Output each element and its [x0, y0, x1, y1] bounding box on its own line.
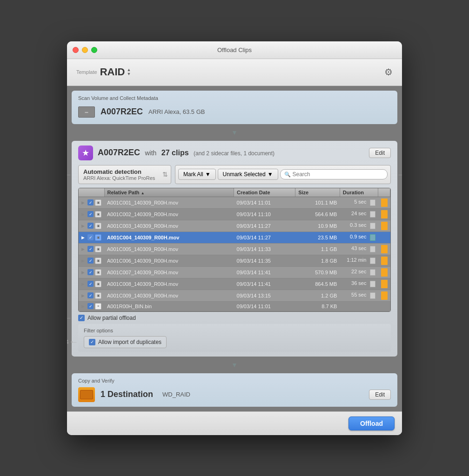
template-selector[interactable]: RAID ▲ ▼	[100, 66, 131, 78]
file-icon: ▣	[95, 234, 101, 241]
white-flag-icon	[370, 258, 375, 264]
row-flag[interactable]	[378, 266, 390, 278]
offload-button[interactable]: Offload	[348, 416, 395, 430]
row-checkbox[interactable]: ✓	[87, 292, 94, 298]
flag-icon[interactable]	[381, 233, 388, 242]
th-date[interactable]: Creation Date	[234, 188, 295, 197]
th-duration-label: Duration	[343, 190, 364, 195]
row-checkbox[interactable]: ✓	[87, 281, 94, 287]
table-row[interactable]: ▶ ✓ ▣ A001C004_140309_R00H.mov09/03/14 1…	[79, 231, 390, 243]
row-checkbox[interactable]: ✓	[87, 246, 94, 252]
play-icon[interactable]: ▶	[81, 270, 86, 275]
row-controls: ▶ ✓ ▣	[81, 234, 101, 241]
row-checkbox[interactable]: ✓	[87, 303, 94, 309]
th-duration[interactable]: Duration	[340, 188, 378, 197]
file-icon: ▣	[95, 211, 101, 218]
row-flag[interactable]	[378, 255, 390, 266]
flag-icon[interactable]	[381, 198, 388, 207]
allow-duplicates-label[interactable]: ✓ Allow import of duplicates	[89, 339, 161, 345]
clips-table-container: Relative Path ▲ Creation Date Size Durat…	[78, 188, 391, 312]
th-path[interactable]: Relative Path ▲	[104, 188, 234, 197]
row-flag[interactable]	[378, 220, 390, 231]
table-row[interactable]: ▶ ✓ ▣ A001C002_140309_R00H.mov09/03/14 1…	[79, 208, 390, 220]
search-input[interactable]	[293, 171, 383, 178]
row-flag[interactable]	[378, 278, 390, 290]
mark-all-arrow: ▼	[205, 171, 211, 178]
table-row[interactable]: ▶ ✓ ▣ A001C003_140309_R00H.mov09/03/14 1…	[79, 220, 390, 231]
row-duration: 0.3 sec	[340, 220, 378, 231]
unmark-selected-button[interactable]: Unmark Selected ▼	[218, 169, 278, 180]
flag-icon[interactable]	[381, 210, 388, 218]
th-size[interactable]: Size	[295, 188, 340, 197]
with-label: with	[145, 149, 157, 157]
row-flag[interactable]	[378, 231, 390, 243]
table-row[interactable]: ▶ ✓ ≡ A001R00H_BIN.bin09/03/14 11:018.7 …	[79, 301, 390, 311]
row-size: 570.9 MB	[295, 266, 340, 278]
filter-section: Filter options 4 ●— ✓ Allow import of du…	[78, 324, 391, 352]
table-row[interactable]: ▶ ✓ ▣ A001C006_140309_R00H.mov09/03/14 1…	[79, 255, 390, 266]
row-flag[interactable]	[378, 208, 390, 220]
template-stepper[interactable]: ▲ ▼	[127, 68, 131, 76]
partial-offload-label[interactable]: ✓ Allow partial offload	[78, 315, 391, 321]
flag-icon[interactable]	[381, 268, 388, 277]
row-duration: 1:12 min	[340, 255, 378, 266]
row-controls: ▶ ✓ ≡	[81, 303, 101, 310]
row-checkbox[interactable]: ✓	[87, 234, 94, 240]
row-checkbox[interactable]: ✓	[87, 269, 94, 275]
gear-button[interactable]: ⚙	[384, 66, 393, 78]
mark-all-button[interactable]: Mark All ▼	[178, 169, 216, 180]
btn-group: —● 3 Mark All ▼ Unmark Selected ▼ 🔍	[175, 165, 391, 184]
row-flag[interactable]	[378, 290, 390, 301]
row-checkbox[interactable]: ✓	[87, 223, 94, 229]
row-checkbox[interactable]: ✓	[87, 199, 94, 205]
flag-icon[interactable]	[381, 291, 388, 300]
play-icon[interactable]: ▶	[81, 304, 86, 309]
table-row[interactable]: ▶ ✓ ▣ A001C007_140309_R00H.mov09/03/14 1…	[79, 266, 390, 278]
th-path-label: Relative Path	[107, 190, 140, 195]
ingest-edit-button[interactable]: Edit	[369, 148, 391, 158]
row-flag[interactable]	[378, 197, 390, 208]
flag-icon[interactable]	[381, 280, 388, 288]
copy-edit-button[interactable]: Edit	[369, 390, 391, 400]
row-checkbox[interactable]: ✓	[87, 211, 94, 217]
play-icon[interactable]: ▶	[81, 247, 86, 251]
maximize-button[interactable]	[91, 47, 97, 53]
partial-offload-checkbox[interactable]: ✓	[78, 315, 85, 321]
flag-icon[interactable]	[381, 245, 388, 253]
table-row[interactable]: ▶ ✓ ▣ A001C009_140309_R00H.mov09/03/14 1…	[79, 290, 390, 301]
row-checkbox[interactable]: ✓	[87, 258, 94, 264]
table-row[interactable]: ▶ ✓ ▣ A001C005_140309_R00H.mov09/03/14 1…	[79, 243, 390, 255]
scan-section: Scan Volume and Collect Metadata ▬ A007R…	[72, 91, 397, 124]
play-icon[interactable]: ▶	[81, 293, 86, 298]
volume-name: A007R2EC	[100, 107, 143, 117]
table-row[interactable]: ▶ ✓ ▣ A001C001_140309_R00H.mov09/03/14 1…	[79, 197, 390, 208]
play-icon[interactable]: ▶	[81, 282, 86, 286]
th-flag	[378, 188, 390, 197]
play-icon[interactable]: ▶	[81, 235, 86, 240]
flag-icon[interactable]	[381, 222, 388, 230]
allow-duplicates-text: Allow import of duplicates	[98, 339, 161, 345]
play-icon[interactable]: ▶	[81, 200, 86, 205]
allow-duplicates-checkbox[interactable]: ✓	[89, 339, 95, 345]
minimize-button[interactable]	[82, 47, 88, 53]
flag-icon[interactable]	[381, 257, 388, 265]
row-controls: ▶ ✓ ▣	[81, 258, 101, 264]
row-date: 09/03/14 11:41	[234, 266, 295, 278]
table-row[interactable]: ▶ ✓ ▣ A001C008_140309_R00H.mov09/03/14 1…	[79, 278, 390, 290]
row-date: 09/03/14 11:01	[234, 197, 295, 208]
unmark-selected-label: Unmark Selected	[223, 171, 266, 178]
row-path: A001C004_140309_R00H.mov	[104, 231, 234, 243]
table-header-row: Relative Path ▲ Creation Date Size Durat…	[79, 188, 390, 197]
detection-box[interactable]: Automatic detection ARRI Alexa: QuickTim…	[78, 165, 171, 184]
row-duration: 24 sec	[340, 208, 378, 220]
play-icon[interactable]: ▶	[81, 258, 86, 263]
play-icon[interactable]: ▶	[81, 224, 86, 228]
close-button[interactable]	[73, 47, 79, 53]
row-path: A001C002_140309_R00H.mov	[104, 208, 234, 220]
row-path: A001C009_140309_R00H.mov	[104, 290, 234, 301]
play-icon[interactable]: ▶	[81, 212, 86, 217]
row-flag[interactable]	[378, 243, 390, 255]
row-flag[interactable]	[378, 301, 390, 311]
row-size: 1.8 GB	[295, 255, 340, 266]
th-date-label: Creation Date	[237, 190, 270, 195]
